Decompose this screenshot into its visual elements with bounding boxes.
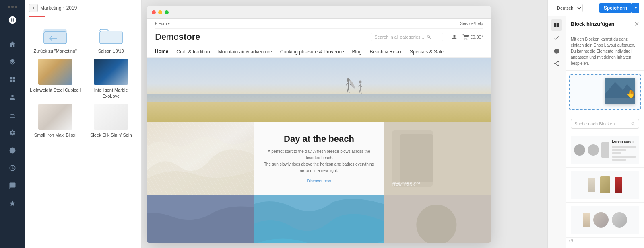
drop-zone[interactable]: 🤚	[569, 74, 641, 110]
block-preview-1[interactable]: Lorem ipsum	[566, 133, 644, 168]
sidebar-layers-icon[interactable]	[5, 54, 20, 70]
nav-beach[interactable]: Beach & Relax	[370, 49, 402, 57]
preview-sunglass-2	[588, 144, 599, 156]
svg-point-31	[416, 205, 456, 243]
sidebar-home-icon[interactable]	[5, 37, 20, 52]
breadcrumb-current: 2019	[66, 5, 77, 11]
preview-line-5	[612, 159, 626, 161]
sidebar-star-icon[interactable]	[5, 196, 20, 211]
beach-center-col: Day at the beach A perfect start to the …	[254, 122, 384, 195]
nav-mountain[interactable]: Mountain air & adventure	[218, 49, 272, 57]
product-tall-1	[583, 213, 590, 227]
tool-check-icon[interactable]	[551, 32, 562, 43]
sidebar-clock-icon[interactable]	[5, 160, 20, 176]
search-placeholder: Search in all categories...	[374, 35, 424, 39]
product-img-cream	[588, 178, 595, 192]
preview-line-3	[612, 152, 621, 154]
sidebar-circle-icon[interactable]	[5, 143, 20, 158]
file-item-back[interactable]: Zurück zu "Marketing"	[30, 24, 81, 54]
save-dropdown-btn[interactable]: ▾	[632, 3, 639, 13]
nav-craft[interactable]: Craft & tradition	[176, 49, 210, 57]
nav-blog[interactable]: Blog	[352, 49, 362, 57]
file-thumb-person	[38, 104, 72, 130]
drop-zone-area: 🤚	[566, 71, 644, 115]
svg-point-0	[10, 148, 16, 154]
svg-point-16	[359, 81, 362, 84]
store-logo: Demostore	[155, 32, 200, 42]
svg-text:NEW YORK YOU: NEW YORK YOU	[392, 182, 422, 185]
file-label-person: Small Iron Maxi Biloxi	[34, 132, 76, 138]
store-main-nav: Demostore Search in all categories... €0…	[155, 29, 483, 45]
browser-close-btn[interactable]	[152, 10, 156, 14]
breadcrumb-root: Marketing	[40, 5, 62, 11]
preview-line-1	[612, 146, 636, 148]
account-icon[interactable]	[451, 34, 458, 40]
right-panel: Deutsch English Speichern ▾ Block hinzuf…	[547, 0, 644, 248]
product-round-1	[593, 212, 609, 228]
product-img-bottle	[615, 177, 622, 193]
store-icons: €0.00*	[451, 34, 483, 40]
right-panel-tools	[548, 16, 566, 72]
woman-image	[384, 195, 491, 243]
block-description: Mit den Blocken kannst du ganz einfach d…	[566, 32, 644, 71]
store-currency: € Euro ▾	[155, 21, 170, 26]
reset-icon[interactable]: ↺	[569, 238, 574, 244]
file-item-person[interactable]: Small Iron Maxi Biloxi	[30, 104, 81, 138]
block-preview-inner-2	[571, 171, 639, 199]
block-preview-2[interactable]	[566, 168, 644, 203]
sidebar-logo[interactable]	[5, 13, 20, 27]
block-preview-3[interactable]	[566, 203, 644, 238]
breadcrumb-back-btn[interactable]	[29, 4, 38, 12]
cart-amount: €0.00*	[470, 35, 483, 39]
browser-minimize-btn[interactable]	[158, 10, 162, 14]
file-item-beach[interactable]: Lightweight Steel Cubicoil	[30, 59, 81, 99]
nav-cooking[interactable]: Cooking pleasure & Provence	[280, 49, 344, 57]
file-label-beach: Lightweight Steel Cubicoil	[30, 87, 80, 93]
nav-specials[interactable]: Specials & Sale	[410, 49, 444, 57]
browser-maximize-btn[interactable]	[165, 10, 169, 14]
file-back-label: Zurück zu "Marketing"	[34, 48, 77, 54]
store-header: € Euro ▾ Service/Help Demostore Search i…	[147, 19, 491, 58]
block-panel-title: Block hinzufügen	[571, 21, 614, 27]
block-panel-header: Block hinzufügen ✕	[566, 16, 644, 32]
svg-rect-25	[400, 134, 433, 182]
breadcrumb: Marketing › 2019	[40, 5, 77, 11]
svg-rect-8	[147, 102, 491, 122]
language-select[interactable]: Deutsch English	[553, 4, 583, 12]
sidebar-settings-icon[interactable]	[5, 125, 20, 140]
folder-icon	[97, 24, 125, 46]
discover-link[interactable]: Discover now	[307, 179, 331, 183]
lorem-title: Lorem ipsum	[612, 139, 636, 143]
three-col-section: Day at the beach A perfect start to the …	[147, 122, 491, 195]
beach-subtitle: A perfect start to the day. A fresh bree…	[262, 148, 376, 174]
product-item-2	[600, 176, 610, 193]
file-thumb-beach	[38, 59, 72, 85]
sidebar-user-icon[interactable]	[5, 90, 20, 105]
block-panel-close[interactable]: ✕	[634, 20, 639, 28]
cart-area[interactable]: €0.00*	[462, 34, 483, 40]
store-search[interactable]: Search in all categories...	[371, 33, 443, 41]
save-button[interactable]: Speichern	[599, 3, 632, 13]
left-sidebar	[0, 0, 25, 248]
preview-line-4	[612, 156, 636, 158]
nav-home[interactable]: Home	[155, 49, 168, 57]
product-img-stool	[600, 176, 610, 193]
file-label-wave: Intelligent Marble ExoLove	[86, 87, 137, 99]
preview-line-2	[612, 149, 626, 151]
tool-camera-icon[interactable]	[551, 45, 562, 56]
store-service[interactable]: Service/Help	[460, 21, 483, 26]
file-item-folder[interactable]: Saison 18/19	[86, 24, 137, 54]
svg-point-9	[347, 78, 350, 82]
block-search[interactable]: Suche nach Blocken	[571, 119, 639, 129]
folder-back-icon	[41, 24, 69, 46]
sidebar-chat-icon[interactable]	[5, 178, 20, 193]
file-item-wave[interactable]: Intelligent Marble ExoLove	[86, 59, 137, 99]
file-item-silk[interactable]: Sleek Silk Sin n' Spin	[86, 104, 137, 138]
preview-text-lines: Lorem ipsum	[612, 139, 636, 161]
cart-icon	[462, 34, 469, 40]
sidebar-chart-icon[interactable]	[5, 107, 20, 123]
file-grid: Zurück zu "Marketing" Saison 18/19 Light…	[25, 17, 141, 144]
sidebar-grid-icon[interactable]	[5, 72, 20, 87]
tool-blocks-icon[interactable]	[551, 19, 562, 31]
tool-share-icon[interactable]	[551, 58, 562, 69]
